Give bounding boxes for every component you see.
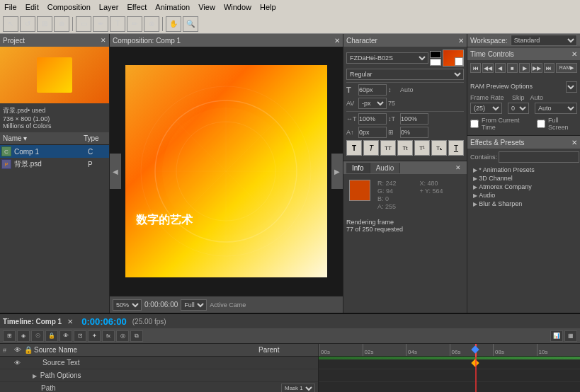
tc-first-frame[interactable]: ⏮ (470, 63, 481, 73)
menu-composition[interactable]: Composition (43, 3, 95, 11)
tl-quality[interactable]: ✦ (88, 330, 101, 342)
tool-brush[interactable]: ✏ (127, 16, 142, 32)
character-title: Character (346, 37, 377, 45)
nav-arrow-right[interactable]: ▶ (331, 154, 343, 189)
tsume-input[interactable] (400, 127, 428, 138)
resolution-select[interactable]: Auto (535, 103, 577, 114)
zoom-select[interactable]: 50% (113, 299, 142, 311)
small-caps-btn[interactable]: Tt (397, 140, 413, 156)
tl-solo[interactable]: ☉ (31, 330, 44, 342)
info-close[interactable]: ✕ (455, 164, 464, 171)
menu-animation[interactable]: Animation (151, 3, 194, 11)
ram-options-select[interactable]: ▼ (566, 81, 577, 93)
nav-arrow-left[interactable]: ◀ (110, 154, 121, 189)
layer-path[interactable]: Path Mask 1 (0, 382, 318, 392)
menu-window[interactable]: Window (220, 3, 256, 11)
menu-layer[interactable]: Layer (95, 3, 123, 11)
contains-label: Contains: (470, 154, 497, 161)
tool-zoom[interactable]: 🔍 (183, 16, 198, 32)
time-controls-panel: Time Controls ✕ ⏮ ◀◀ ◀ ■ ▶ ▶▶ ⏭ RAM▶ (467, 47, 580, 79)
tc-play-back[interactable]: ◀ (495, 63, 506, 73)
leading-icon: ↕ (388, 86, 399, 93)
path-mask-select[interactable]: Mask 1 (281, 384, 315, 393)
hscale-input[interactable] (358, 113, 387, 125)
tool-select[interactable]: ↖ (3, 16, 18, 32)
scale-row: ↔T ↕T (346, 113, 464, 125)
tl-collapse[interactable]: ⊡ (74, 330, 86, 342)
tl-toggle-comp[interactable]: ⊞ (3, 330, 16, 342)
tool-hand[interactable]: ✋ (166, 16, 181, 32)
tool-scale[interactable]: ⊞ (37, 16, 52, 32)
style-select[interactable]: Regular (346, 69, 464, 80)
tl-shy[interactable]: 👁 (59, 330, 72, 342)
skip-select[interactable]: 0 (508, 103, 529, 114)
work-area-bar[interactable] (319, 357, 580, 359)
effects-close[interactable]: ✕ (572, 139, 577, 146)
tl-frame-blend[interactable]: ⧉ (130, 330, 143, 342)
tl-motion-blur[interactable]: ◎ (116, 330, 129, 342)
font-size-input[interactable] (358, 84, 387, 96)
tool-rect[interactable]: ▭ (76, 16, 91, 32)
tab-audio[interactable]: Audio (370, 163, 401, 173)
effect-item-atmorex[interactable]: Atmorex Company (470, 183, 577, 191)
baseline-input[interactable] (358, 127, 387, 138)
fill-color[interactable] (430, 59, 441, 66)
table-row[interactable]: C Comp 1 C (0, 145, 109, 158)
effect-item-blur[interactable]: Blur & Sharpen (470, 200, 577, 208)
menu-view[interactable]: View (194, 3, 220, 11)
font-select[interactable]: FZDaHei-B02S (346, 52, 428, 64)
project-close-btn[interactable]: ✕ (101, 37, 106, 44)
tc-ram-preview[interactable]: RAM▶ (556, 63, 577, 73)
effect-item-animation[interactable]: * Animation Presets (470, 166, 577, 174)
stroke-color[interactable] (430, 51, 441, 58)
tc-last-frame[interactable]: ⏭ (544, 63, 555, 73)
super-btn[interactable]: T¹ (414, 140, 430, 156)
tl-lock[interactable]: 🔒 (45, 330, 58, 342)
effect-item-3d[interactable]: 3D Channel (470, 174, 577, 183)
tool-anchor[interactable]: ⊕ (54, 16, 69, 32)
table-row[interactable]: P 背景.psd P (0, 158, 109, 171)
timeline-close[interactable]: ✕ (67, 318, 73, 325)
tab-info[interactable]: Info (346, 163, 370, 173)
bold-btn[interactable]: T (346, 140, 362, 156)
tl-render-bar[interactable]: ▦ (564, 330, 577, 342)
italic-btn[interactable]: T (363, 140, 379, 156)
tl-draft[interactable]: ◈ (17, 330, 30, 342)
workspace-select[interactable]: Standard (511, 35, 577, 46)
from-current-checkbox[interactable] (470, 120, 479, 128)
effects-search-input[interactable] (499, 151, 579, 163)
character-close[interactable]: ✕ (458, 37, 464, 45)
tool-text[interactable]: T (110, 16, 125, 32)
menu-help[interactable]: Help (256, 3, 280, 11)
eye-icon[interactable]: 👁 (14, 359, 24, 367)
menu-file[interactable]: File (0, 3, 21, 11)
effect-item-audio[interactable]: Audio (470, 191, 577, 200)
color-swatch[interactable] (443, 50, 464, 67)
menu-edit[interactable]: Edit (21, 3, 43, 11)
vscale-input[interactable] (400, 113, 428, 125)
quality-select[interactable]: Full (181, 299, 207, 311)
source-text-label: Source Text (34, 359, 315, 367)
tool-stamp[interactable]: ⊗ (144, 16, 159, 32)
tc-next-frame[interactable]: ▶▶ (531, 63, 542, 73)
sub-btn[interactable]: T₁ (431, 140, 447, 156)
tc-stop[interactable]: ■ (507, 63, 518, 73)
comp-bottom-bar: 50% 0:00:06:00 Full Active Came (110, 296, 343, 313)
tracking-select[interactable]: -px (358, 98, 387, 109)
tc-prev-frame[interactable]: ◀◀ (482, 63, 493, 73)
all-caps-btn[interactable]: TT (380, 140, 396, 156)
underline-btn[interactable]: T (448, 140, 464, 156)
tool-pen[interactable]: ✒ (93, 16, 108, 32)
layer-source-text[interactable]: 👁 Source Text (0, 357, 318, 369)
layer-path-options[interactable]: ▶ Path Options (0, 369, 318, 382)
comp-close[interactable]: ✕ (334, 37, 340, 45)
tc-buttons: ⏮ ◀◀ ◀ ■ ▶ ▶▶ ⏭ RAM▶ (470, 63, 577, 73)
full-screen-checkbox[interactable] (537, 120, 545, 128)
tc-close[interactable]: ✕ (572, 50, 577, 58)
frame-rate-select[interactable]: (25) (470, 103, 502, 114)
tc-play[interactable]: ▶ (519, 63, 530, 73)
tl-graph-editor[interactable]: 📊 (550, 330, 563, 342)
menu-effect[interactable]: Effect (123, 3, 151, 11)
tool-rotate[interactable]: ↺ (20, 16, 35, 32)
tl-effects[interactable]: fx (102, 330, 115, 342)
